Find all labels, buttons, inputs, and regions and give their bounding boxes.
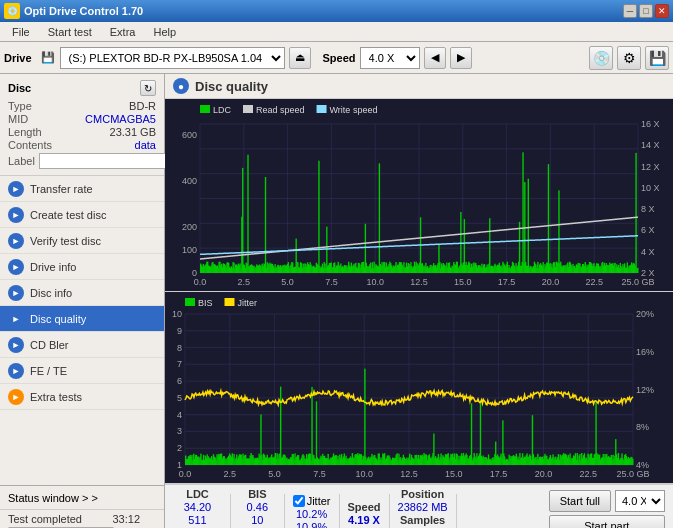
sidebar-item-fe-te[interactable]: ► FE / TE (0, 358, 164, 384)
sidebar-nav: ► Transfer rate ► Create test disc ► Ver… (0, 176, 164, 485)
disc-mid-value: CMCMAGBA5 (85, 113, 156, 125)
stats-divider-2 (284, 494, 285, 529)
sidebar-item-label: Create test disc (30, 209, 106, 221)
speed-label: Speed (323, 52, 356, 64)
chart-container (165, 99, 673, 484)
sidebar-item-disc-quality[interactable]: ► Disc quality (0, 306, 164, 332)
sidebar-bottom: Status window > > Test completed 33:12 1… (0, 485, 164, 528)
speed-fwd-button[interactable]: ▶ (450, 47, 472, 69)
sidebar-item-drive-info[interactable]: ► Drive info (0, 254, 164, 280)
app-title: Opti Drive Control 1.70 (24, 5, 143, 17)
test-completed-bar: Test completed 33:12 100.0% (0, 510, 164, 528)
status-window-label: Status window > > (8, 492, 98, 504)
start-full-button[interactable]: Start full (549, 490, 611, 512)
fe-te-icon: ► (8, 363, 24, 379)
menu-start-test[interactable]: Start test (40, 24, 100, 40)
minimize-button[interactable]: ─ (623, 4, 637, 18)
settings-icon-button[interactable]: ⚙ (617, 46, 641, 70)
test-completed-label: Test completed (8, 513, 98, 525)
disc-quality-header: ● Disc quality (165, 74, 673, 99)
disc-label-label: Label (8, 155, 35, 167)
sidebar-item-label: FE / TE (30, 365, 67, 377)
close-button[interactable]: ✕ (655, 4, 669, 18)
transfer-rate-icon: ► (8, 181, 24, 197)
jitter-label: Jitter (307, 495, 331, 507)
sidebar-item-label: Verify test disc (30, 235, 101, 247)
stats-bis-col: BIS 0.46 10 176500 (239, 488, 276, 528)
drive-label: Drive (4, 52, 32, 64)
stats-bis-header: BIS (239, 488, 276, 500)
stats-bis-max: 10 (239, 514, 276, 526)
chart-top (165, 99, 673, 292)
sidebar-item-cd-bler[interactable]: ► CD Bler (0, 332, 164, 358)
cd-bler-icon: ► (8, 337, 24, 353)
sidebar-item-extra-tests[interactable]: ► Extra tests (0, 384, 164, 410)
sidebar-item-label: Extra tests (30, 391, 82, 403)
eject-button[interactable]: ⏏ (289, 47, 311, 69)
disc-mid-label: MID (8, 113, 28, 125)
sidebar-item-create-test-disc[interactable]: ► Create test disc (0, 202, 164, 228)
stats-samples-header: Samples (398, 514, 448, 526)
maximize-button[interactable]: □ (639, 4, 653, 18)
menu-extra[interactable]: Extra (102, 24, 144, 40)
stats-divider-4 (389, 494, 390, 529)
disc-info-icon: ► (8, 285, 24, 301)
title-bar: 💿 Opti Drive Control 1.70 ─ □ ✕ (0, 0, 673, 22)
extra-tests-icon: ► (8, 389, 24, 405)
start-part-button[interactable]: Start part (549, 515, 665, 528)
main-area: Disc ↻ Type BD-R MID CMCMAGBA5 Length 23… (0, 74, 673, 528)
disc-type-label: Type (8, 100, 32, 112)
stats-speed-select[interactable]: 4.0 X (615, 490, 665, 512)
disc-contents-value: data (135, 139, 156, 151)
sidebar-item-disc-info[interactable]: ► Disc info (0, 280, 164, 306)
sidebar-item-label: Transfer rate (30, 183, 93, 195)
menu-help[interactable]: Help (145, 24, 184, 40)
verify-test-disc-icon: ► (8, 233, 24, 249)
stats-ldc-col: LDC 34.20 511 13057276 (173, 488, 222, 528)
stats-jitter-avg: 10.2% (293, 508, 331, 520)
status-window-button[interactable]: Status window > > (0, 486, 164, 510)
stats-position-header: Position (398, 488, 448, 500)
content-area: ● Disc quality LDC 34.20 511 13057276 BI… (165, 74, 673, 528)
speed-select[interactable]: 4.0 X (360, 47, 420, 69)
sidebar-item-label: Disc info (30, 287, 72, 299)
stats-row: LDC 34.20 511 13057276 BIS 0.46 10 17650… (165, 484, 673, 528)
disc-refresh-button[interactable]: ↻ (140, 80, 156, 96)
disc-quality-icon: ► (8, 311, 24, 327)
toolbar: Drive 💾 (S:) PLEXTOR BD-R PX-LB950SA 1.0… (0, 42, 673, 74)
stats-divider-5 (456, 494, 457, 529)
test-time: 33:12 (102, 513, 140, 525)
disc-panel: Disc ↻ Type BD-R MID CMCMAGBA5 Length 23… (0, 74, 164, 176)
speed-back-button[interactable]: ◀ (424, 47, 446, 69)
disc-length-label: Length (8, 126, 42, 138)
disc-section-title: Disc (8, 82, 31, 94)
stats-ldc-max: 511 (173, 514, 222, 526)
jitter-check: Jitter (293, 495, 331, 507)
disc-label-input[interactable] (39, 153, 172, 169)
save-icon-button[interactable]: 💾 (645, 46, 669, 70)
sidebar-item-label: Disc quality (30, 313, 86, 325)
sidebar-item-label: Drive info (30, 261, 76, 273)
drive-icon: 💾 (40, 50, 56, 66)
drive-select[interactable]: (S:) PLEXTOR BD-R PX-LB950SA 1.04 (60, 47, 285, 69)
disc-length-value: 23.31 GB (110, 126, 156, 138)
create-test-disc-icon: ► (8, 207, 24, 223)
stats-bis-avg: 0.46 (239, 501, 276, 513)
menu-bar: File Start test Extra Help (0, 22, 673, 42)
disc-contents-label: Contents (8, 139, 52, 151)
jitter-checkbox[interactable] (293, 495, 305, 507)
disc-quality-title: Disc quality (195, 79, 268, 94)
app-icon: 💿 (4, 3, 20, 19)
chart-bottom (165, 292, 673, 484)
stats-speed-value: 4.19 X (348, 514, 381, 526)
stats-ldc-header: LDC (173, 488, 222, 500)
sidebar-item-transfer-rate[interactable]: ► Transfer rate (0, 176, 164, 202)
sidebar-item-verify-test-disc[interactable]: ► Verify test disc (0, 228, 164, 254)
stats-position-value: 23862 MB (398, 501, 448, 513)
stats-divider-1 (230, 494, 231, 529)
menu-file[interactable]: File (4, 24, 38, 40)
disc-type-value: BD-R (129, 100, 156, 112)
disc-icon-button[interactable]: 💿 (589, 46, 613, 70)
stats-ldc-avg: 34.20 (173, 501, 222, 513)
sidebar-item-label: CD Bler (30, 339, 69, 351)
